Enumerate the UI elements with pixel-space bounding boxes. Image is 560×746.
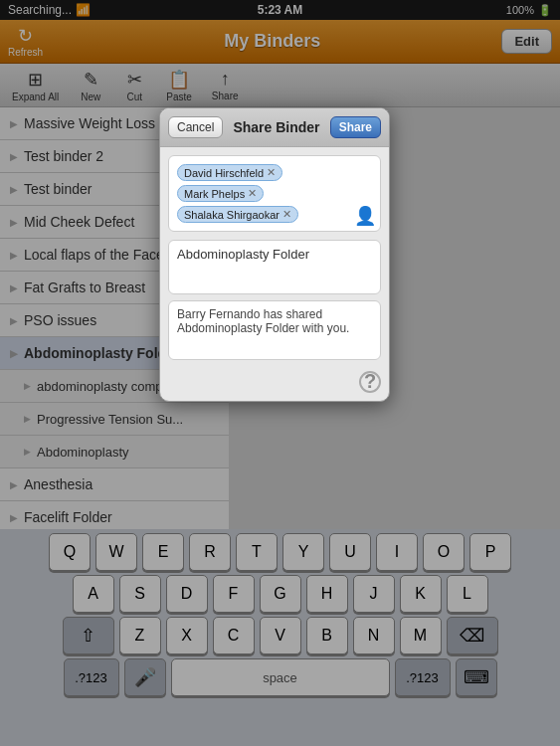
modal-header: Cancel Share Binder Share [160,108,389,147]
recipient-tag[interactable]: Shalaka Shirgaokar✕ [177,206,298,223]
recipient-tag[interactable]: Mark Phelps✕ [177,185,264,202]
recipients-field[interactable]: David Hirschfeld✕Mark Phelps✕Shalaka Shi… [168,155,381,232]
tags-container: David Hirschfeld✕Mark Phelps✕Shalaka Shi… [175,162,374,225]
recipient-tag[interactable]: David Hirschfeld✕ [177,164,282,181]
remove-recipient-icon[interactable]: ✕ [267,166,276,179]
remove-recipient-icon[interactable]: ✕ [248,187,257,200]
help-icon[interactable]: ? [359,371,381,393]
help-icon-area: ? [160,366,389,401]
modal-title: Share Binder [233,119,319,135]
modal-share-button[interactable]: Share [330,116,381,138]
remove-recipient-icon[interactable]: ✕ [282,208,291,221]
contact-icon[interactable]: 👤 [354,205,376,227]
share-modal: Cancel Share Binder Share David Hirschfe… [159,107,390,402]
message-field: Barry Fernando has shared Abdominoplasty… [168,300,381,360]
subject-field: Abdominoplasty Folder [168,240,381,294]
modal-cancel-button[interactable]: Cancel [168,116,223,138]
